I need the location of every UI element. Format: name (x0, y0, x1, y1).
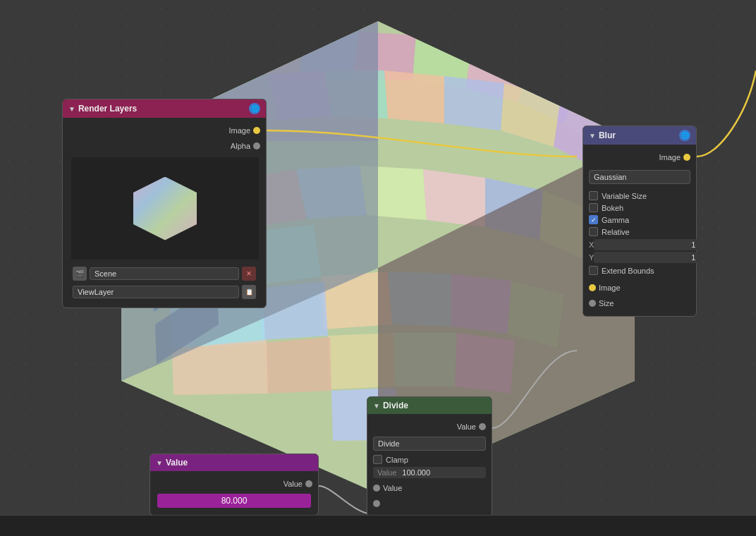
clamp-checkbox[interactable] (373, 455, 382, 464)
blur-size-dot[interactable] (589, 300, 596, 307)
divide-collapse-arrow: ▼ (373, 402, 380, 410)
relative-checkbox[interactable] (589, 227, 598, 236)
render-layers-alpha-socket[interactable]: Alpha (68, 139, 260, 153)
render-layers-image-dot[interactable] (253, 127, 260, 134)
divide-value-label: Value (377, 468, 396, 477)
relative-label: Relative (602, 228, 630, 236)
blur-header[interactable]: ▼ Blur 🌐 (583, 126, 696, 145)
y-field-row: Y (589, 252, 690, 263)
bokeh-row[interactable]: Bokeh (589, 202, 690, 214)
divide-node: ▼ Divide Value Divide Clamp Value 100.00… (367, 396, 492, 517)
divide-val1-dot[interactable] (373, 485, 380, 492)
y-value-input[interactable] (594, 252, 700, 263)
blur-image-in-label: Image (596, 284, 623, 292)
x-field-row: X (589, 239, 690, 250)
extend-bounds-row[interactable]: Extend Bounds (589, 264, 690, 278)
divide-title: Divide (383, 401, 486, 410)
value-node: ▼ Value Value 80.000 (150, 453, 319, 516)
variable-size-row[interactable]: Variable Size (589, 190, 690, 202)
blur-image-out-label: Image (656, 153, 683, 162)
value-output-dot[interactable] (305, 480, 312, 487)
gamma-checkbox[interactable]: ✓ (589, 215, 598, 224)
blur-image-out-dot[interactable] (683, 154, 690, 161)
divide-type-dropdown[interactable]: Divide (373, 437, 486, 451)
value-input-box[interactable]: 80.000 (157, 494, 311, 508)
divide-value-out-socket[interactable]: Value (373, 420, 486, 434)
bokeh-label: Bokeh (602, 204, 623, 212)
divide-val2-dot[interactable] (373, 500, 380, 507)
blur-body: Image Gaussian Variable Size Bokeh ✓ Gam… (583, 145, 696, 316)
render-layers-alpha-dot[interactable] (253, 142, 260, 150)
render-layers-globe-icon: 🌐 (249, 103, 260, 114)
scene-clear-button[interactable]: × (242, 267, 256, 281)
render-layers-header[interactable]: ▼ Render Layers 🌐 (63, 99, 266, 118)
render-layers-image-socket[interactable]: Image (68, 123, 260, 138)
blur-globe-icon: 🌐 (679, 130, 690, 141)
divide-value-field[interactable]: Value 100.000 (373, 467, 486, 478)
gamma-row[interactable]: ✓ Gamma (589, 214, 690, 226)
value-output-socket[interactable]: Value (156, 477, 312, 491)
extend-bounds-checkbox[interactable] (589, 266, 598, 275)
render-layers-alpha-label: Alpha (228, 142, 253, 150)
variable-size-checkbox[interactable] (589, 191, 598, 200)
x-value-input[interactable] (594, 239, 700, 250)
divide-value1-in-socket[interactable]: Value (373, 481, 486, 495)
blur-collapse-arrow: ▼ (589, 132, 596, 140)
divide-body: Value Divide Clamp Value 100.000 Value (367, 414, 492, 516)
scene-dropdown[interactable]: Scene (90, 267, 239, 280)
blur-image-out-socket[interactable]: Image (589, 150, 690, 164)
render-layers-preview (71, 157, 259, 260)
viewlayer-controls-row: ViewLayer 📋 (68, 284, 260, 303)
value-output-label: Value (281, 480, 305, 488)
blur-image-in-socket[interactable]: Image (589, 281, 690, 295)
scene-controls-row: 🎬 Scene × (68, 264, 260, 284)
value-body: Value 80.000 (150, 471, 318, 515)
extend-bounds-label: Extend Bounds (602, 267, 654, 275)
clamp-label: Clamp (386, 456, 408, 464)
variable-size-label: Variable Size (602, 192, 647, 200)
value-header[interactable]: ▼ Value (150, 454, 318, 471)
render-layers-title: Render Layers (78, 104, 246, 114)
divide-value-out-label: Value (454, 422, 479, 431)
blur-size-label: Size (596, 299, 616, 307)
blur-type-dropdown-wrap: Gaussian (589, 167, 690, 187)
divide-val1-label: Value (380, 484, 405, 492)
blur-node: ▼ Blur 🌐 Image Gaussian Variable Size Bo… (583, 126, 697, 317)
render-layers-node: ▼ Render Layers 🌐 Image Alpha 🎬 Scene × … (62, 99, 267, 308)
divide-value2-in-socket[interactable] (373, 497, 486, 511)
divide-value-num: 100.000 (402, 468, 430, 477)
render-layers-body: Image Alpha 🎬 Scene × ViewLayer 📋 (63, 118, 266, 307)
blur-type-dropdown[interactable]: Gaussian (589, 170, 690, 184)
bokeh-checkbox[interactable] (589, 203, 598, 212)
relative-row[interactable]: Relative (589, 226, 690, 238)
divide-header[interactable]: ▼ Divide (367, 397, 492, 414)
divide-value-out-dot[interactable] (479, 423, 486, 430)
viewlayer-icon: 📋 (242, 285, 256, 299)
blur-title: Blur (599, 130, 676, 140)
clamp-row[interactable]: Clamp (373, 453, 486, 465)
blur-image-in-dot[interactable] (589, 284, 596, 291)
value-collapse-arrow: ▼ (156, 459, 163, 467)
scene-type-icon: 🎬 (73, 267, 87, 281)
render-layers-collapse-arrow: ▼ (68, 105, 75, 113)
preview-cube-shape (133, 177, 197, 240)
y-label: Y (589, 253, 594, 262)
blur-size-socket[interactable]: Size (589, 296, 690, 310)
gamma-label: Gamma (602, 216, 629, 224)
x-label: X (589, 240, 594, 249)
divide-dropdown-wrap: Divide (373, 437, 486, 451)
bottom-bar (0, 515, 756, 536)
render-layers-image-label: Image (226, 126, 253, 135)
value-title: Value (166, 458, 312, 468)
viewlayer-dropdown[interactable]: ViewLayer (73, 286, 239, 298)
